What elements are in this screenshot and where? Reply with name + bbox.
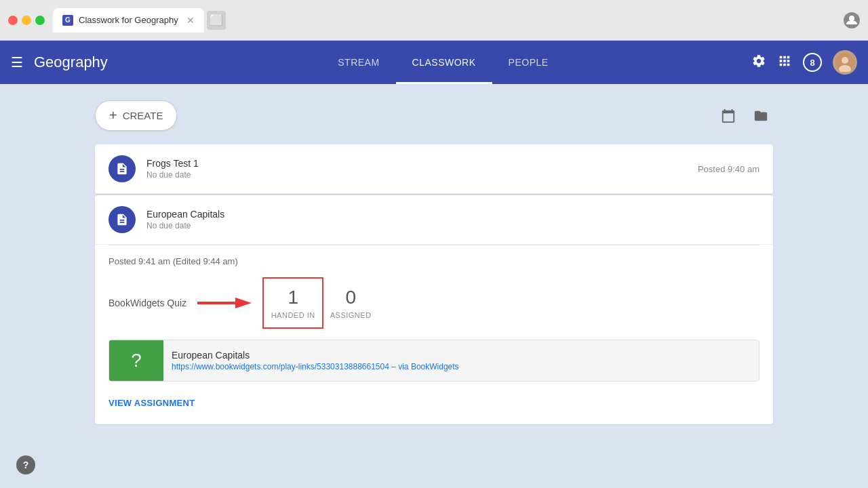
tab-people[interactable]: PEOPLE xyxy=(492,41,565,84)
close-button[interactable] xyxy=(8,16,18,25)
user-avatar[interactable] xyxy=(833,50,857,75)
assignment-card-simple: Frogs Test 1 No due date Posted 9:40 am xyxy=(95,144,773,194)
assigned-stat[interactable]: 0 ASSIGNED xyxy=(323,279,378,327)
assignment-body: Posted 9:41 am (Edited 9:44 am) BookWidg… xyxy=(95,245,773,424)
settings-icon[interactable] xyxy=(751,54,766,72)
assignment-card-frogs-test[interactable]: Frogs Test 1 No due date Posted 9:40 am xyxy=(95,144,773,194)
svg-marker-5 xyxy=(235,298,252,308)
browser-chrome: G Classwork for Geography ✕ ⬜ xyxy=(0,0,868,41)
attachment-url: https://www.bookwidgets.com/play-links/5… xyxy=(172,362,459,371)
assignment-info: Frogs Test 1 No due date xyxy=(146,158,687,180)
toolbar-row: + CREATE xyxy=(95,100,773,131)
notification-badge[interactable]: 8 xyxy=(803,53,822,72)
assignment-icon-2 xyxy=(108,206,136,233)
svg-point-2 xyxy=(842,57,848,64)
create-label: CREATE xyxy=(123,110,163,121)
tab-title: Classwork for Geography xyxy=(79,15,178,25)
create-button[interactable]: + CREATE xyxy=(95,100,177,131)
tab-classwork[interactable]: CLASSWORK xyxy=(396,41,492,84)
minimize-button[interactable] xyxy=(22,16,31,25)
assignment-info-2: European Capitals No due date xyxy=(146,209,760,230)
quiz-title: BookWidgets Quiz xyxy=(108,298,186,308)
attachment-info: European Capitals https://www.bookwidget… xyxy=(163,344,467,377)
app-header: ☰ Geography STREAM CLASSWORK PEOPLE 8 xyxy=(0,41,868,84)
assignment-title-2: European Capitals xyxy=(146,209,760,220)
help-button[interactable]: ? xyxy=(16,455,35,474)
handed-in-count: 1 xyxy=(269,287,317,308)
assigned-label: ASSIGNED xyxy=(329,311,372,319)
assignment-card-european-capitals[interactable]: European Capitals No due date Posted 9:4… xyxy=(95,195,773,424)
toolbar-right xyxy=(716,104,773,128)
assignment-title: Frogs Test 1 xyxy=(146,158,687,169)
new-tab-icon: ⬜ xyxy=(210,14,223,26)
assignment-subtitle-2: No due date xyxy=(146,221,760,230)
header-actions: 8 xyxy=(751,50,857,75)
arrow-container xyxy=(197,295,252,311)
hamburger-menu-icon[interactable]: ☰ xyxy=(11,54,23,70)
plus-icon: + xyxy=(109,108,117,123)
view-assignment-link[interactable]: VIEW ASSIGNMENT xyxy=(108,392,760,413)
tab-favicon: G xyxy=(62,15,73,26)
tab-bar: G Classwork for Geography ✕ ⬜ xyxy=(53,8,844,33)
apps-grid-icon[interactable] xyxy=(777,54,792,72)
assignment-posted: Posted 9:40 am xyxy=(698,164,760,174)
app-title: Geography xyxy=(34,54,108,71)
attachment-thumbnail: ? xyxy=(109,340,163,381)
attachment-title: European Capitals xyxy=(172,350,459,361)
folder-button[interactable] xyxy=(749,104,773,128)
svg-point-0 xyxy=(849,16,854,21)
maximize-button[interactable] xyxy=(35,16,45,25)
handed-in-label: HANDED IN xyxy=(269,311,317,319)
browser-user-icon[interactable] xyxy=(844,12,860,28)
attachment-card[interactable]: ? European Capitals https://www.bookwidg… xyxy=(108,340,760,382)
tab-close-button[interactable]: ✕ xyxy=(186,15,195,26)
assigned-count: 0 xyxy=(329,287,372,308)
red-arrow-icon xyxy=(197,295,252,311)
posted-text: Posted 9:41 am (Edited 9:44 am) xyxy=(108,256,760,266)
traffic-lights xyxy=(8,16,45,25)
new-tab-button[interactable]: ⬜ xyxy=(207,11,226,30)
tab-stream[interactable]: STREAM xyxy=(321,41,395,84)
main-content: + CREATE Frogs Test 1 No due date Posted… xyxy=(0,84,868,488)
active-tab[interactable]: G Classwork for Geography ✕ xyxy=(53,8,204,33)
assignment-expanded-header: European Capitals No due date xyxy=(95,195,773,245)
help-icon: ? xyxy=(23,460,29,470)
assignment-subtitle: No due date xyxy=(146,170,687,180)
assignment-icon xyxy=(108,155,136,182)
stats-row: BookWidgets Quiz 1 HANDED IN 0 ASSIGN xyxy=(108,277,760,329)
nav-tabs: STREAM CLASSWORK PEOPLE xyxy=(135,41,751,84)
question-mark-icon: ? xyxy=(131,350,142,371)
calendar-button[interactable] xyxy=(716,104,741,128)
handed-in-stat[interactable]: 1 HANDED IN xyxy=(262,277,323,329)
